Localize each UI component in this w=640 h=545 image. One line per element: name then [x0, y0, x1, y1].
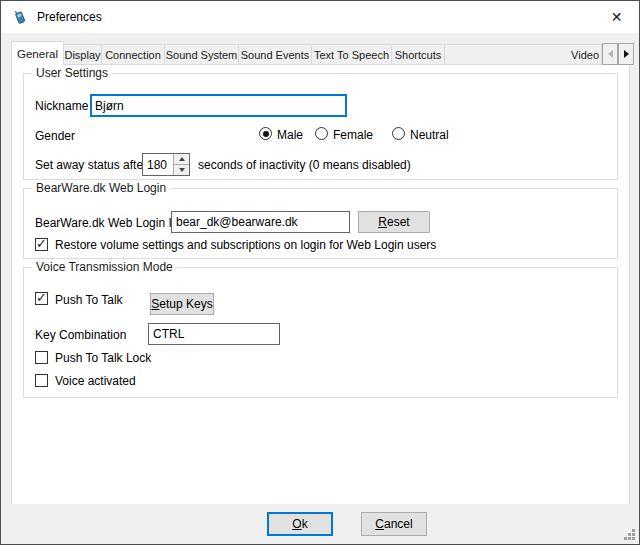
setup-keys-button[interactable]: Setup Keys — [150, 293, 214, 315]
push-to-talk-lock-checkbox[interactable] — [35, 351, 48, 364]
web-login-id-label: BearWare.dk Web Login ID — [35, 216, 180, 230]
tab-video[interactable]: Video — [444, 44, 602, 65]
right-arrow-icon — [624, 50, 629, 58]
preferences-dialog: Preferences ✕ General Display Connection… — [0, 0, 640, 545]
away-status-label: Set away status after — [35, 158, 147, 172]
radio-female-label[interactable]: Female — [333, 128, 373, 142]
close-button[interactable]: ✕ — [594, 1, 639, 32]
away-status-suffix: seconds of inactivity (0 means disabled) — [198, 158, 411, 172]
spinner-down-icon — [179, 168, 185, 172]
ok-button[interactable]: Ok — [267, 512, 333, 536]
tab-sound-events[interactable]: Sound Events — [238, 44, 312, 65]
push-to-talk-label[interactable]: Push To Talk — [55, 293, 123, 307]
tab-general[interactable]: General — [11, 41, 64, 65]
spinner-down-button[interactable] — [174, 165, 189, 175]
check-icon: ✓ — [36, 237, 47, 250]
group-voice-transmission: Voice Transmission Mode ✓ Push To Talk S… — [23, 267, 618, 398]
left-arrow-icon — [608, 50, 613, 58]
radio-male-label[interactable]: Male — [277, 128, 303, 142]
restore-volume-label[interactable]: Restore volume settings and subscription… — [55, 238, 436, 252]
push-to-talk-lock-label[interactable]: Push To Talk Lock — [55, 351, 151, 365]
key-combination-input[interactable] — [148, 323, 280, 345]
spinner-up-icon — [179, 157, 185, 161]
web-login-id-input[interactable] — [171, 211, 350, 233]
group-title: BearWare.dk Web Login — [32, 181, 170, 195]
window-title: Preferences — [37, 10, 102, 24]
tab-scroll-left-button[interactable] — [602, 43, 618, 65]
tab-connection[interactable]: Connection — [101, 44, 165, 65]
check-icon: ✓ — [36, 291, 47, 304]
group-title: Voice Transmission Mode — [32, 260, 177, 274]
spinner-up-button[interactable] — [174, 154, 189, 165]
voice-activated-label[interactable]: Voice activated — [55, 374, 136, 388]
tab-scroll-right-button[interactable] — [618, 43, 634, 65]
nickname-input[interactable] — [90, 94, 347, 117]
radio-male[interactable] — [259, 127, 272, 140]
gender-label: Gender — [35, 129, 75, 143]
radio-neutral-label[interactable]: Neutral — [410, 128, 449, 142]
key-combination-label: Key Combination — [35, 328, 126, 342]
tab-text-to-speech[interactable]: Text To Speech — [311, 44, 392, 65]
group-title: User Settings — [32, 66, 112, 80]
titlebar: Preferences ✕ — [1, 1, 639, 33]
cancel-button[interactable]: Cancel — [361, 512, 427, 536]
away-seconds-value[interactable]: 180 — [143, 154, 173, 175]
push-to-talk-checkbox[interactable]: ✓ — [35, 292, 48, 305]
voice-activated-checkbox[interactable] — [35, 374, 48, 387]
tab-shortcuts[interactable]: Shortcuts — [391, 44, 445, 65]
reset-button[interactable]: Reset — [358, 211, 430, 233]
resize-grip[interactable] — [623, 528, 636, 541]
close-icon: ✕ — [611, 9, 623, 25]
nickname-label: Nickname — [35, 99, 88, 113]
tab-sound-system[interactable]: Sound System — [164, 44, 239, 65]
footer: Ok Cancel — [1, 504, 639, 544]
tab-display[interactable]: Display — [63, 44, 102, 65]
group-user-settings: User Settings Nickname Gender Male Femal… — [23, 73, 618, 180]
radio-neutral[interactable] — [392, 127, 405, 140]
teamtalk-icon — [12, 9, 28, 25]
restore-volume-checkbox[interactable]: ✓ — [35, 238, 48, 251]
group-web-login: BearWare.dk Web Login BearWare.dk Web Lo… — [23, 188, 618, 259]
away-seconds-spinner[interactable]: 180 — [142, 153, 190, 176]
radio-female[interactable] — [315, 127, 328, 140]
